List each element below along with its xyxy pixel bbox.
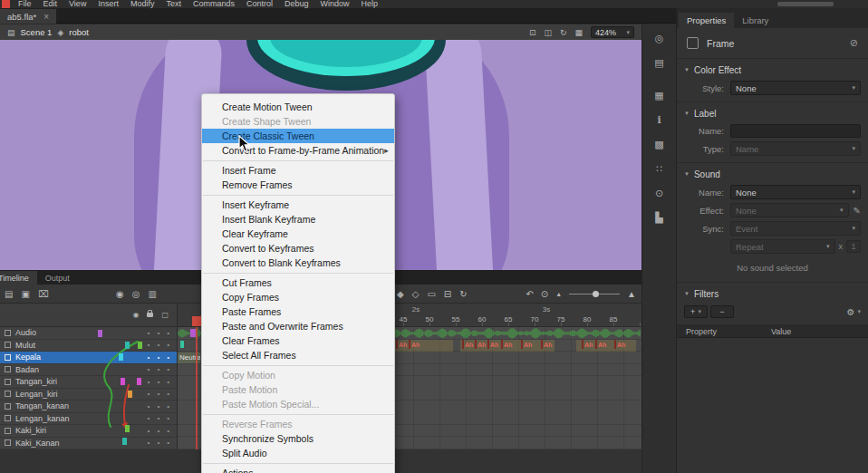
layer-lock-dot[interactable]: •: [157, 378, 159, 386]
context-menu-item[interactable]: Clear Keyframe: [202, 227, 394, 241]
outline-all-icon[interactable]: ▢: [161, 311, 169, 319]
document-tab[interactable]: ab5.fla* ×: [0, 9, 56, 24]
layer-row-kepala[interactable]: Kepala•••: [0, 352, 177, 364]
remove-filter-button[interactable]: −: [710, 305, 734, 318]
center-frame-icon[interactable]: ⊙: [541, 289, 548, 299]
layer-row-mulut[interactable]: Mulut•••: [0, 340, 177, 352]
layer-visibility-dot[interactable]: •: [148, 353, 150, 362]
add-filter-button[interactable]: + ▾: [684, 305, 708, 318]
undo-icon[interactable]: ↶: [526, 289, 533, 299]
new-folder-icon[interactable]: ▣: [21, 289, 29, 299]
layer-visibility-dot[interactable]: •: [148, 329, 150, 337]
filter-options[interactable]: ⚙ ▾: [847, 307, 861, 317]
menubar-item-edit[interactable]: Edit: [43, 0, 58, 8]
context-menu-item[interactable]: Convert to Frame-by-Frame Animation▸: [202, 143, 394, 158]
panel-tab-properties[interactable]: Properties: [679, 13, 734, 28]
menubar-item-file[interactable]: File: [18, 0, 32, 8]
context-menu-item[interactable]: Copy Frames: [202, 290, 394, 304]
layer-lock-dot[interactable]: •: [157, 439, 159, 447]
layer-lock-dot[interactable]: •: [157, 414, 159, 422]
stats-icon[interactable]: ▙: [650, 210, 670, 225]
onion-skin-icon[interactable]: ◉: [116, 289, 124, 299]
filters-header[interactable]: ▼ Filters: [684, 286, 861, 301]
new-layer-icon[interactable]: ▤: [5, 289, 13, 299]
layer-row-kaki_kiri[interactable]: Kaki_kiri•••: [0, 425, 177, 438]
context-menu-item[interactable]: Clear Frames: [202, 333, 394, 348]
playhead-marker[interactable]: [192, 316, 201, 326]
loop-icon[interactable]: ↻: [459, 289, 467, 299]
panels-icon[interactable]: ▦: [650, 88, 670, 102]
layer-row-audio[interactable]: Audio•••: [0, 327, 177, 340]
layer-lock-dot[interactable]: •: [157, 402, 159, 410]
tab-close-icon[interactable]: ×: [43, 12, 49, 22]
label-name-input[interactable]: [730, 124, 861, 138]
layer-row-lengan_kanan[interactable]: Lengan_kanan•••: [0, 413, 177, 426]
lock-all-icon[interactable]: [147, 313, 153, 317]
layer-outline-dot[interactable]: •: [167, 341, 169, 349]
camera-icon[interactable]: ◎: [650, 31, 670, 45]
layer-visibility-dot[interactable]: •: [148, 427, 150, 435]
context-menu-item[interactable]: Actions: [202, 466, 394, 473]
circle-slash-icon[interactable]: ⊘: [850, 37, 858, 49]
style-dropdown[interactable]: None ▾: [730, 81, 861, 95]
menubar-item-control[interactable]: Control: [246, 0, 273, 8]
layer-lock-dot[interactable]: •: [157, 365, 159, 373]
menubar-item-text[interactable]: Text: [166, 0, 181, 8]
context-menu-item[interactable]: Convert to Keyframes: [202, 241, 394, 256]
layer-visibility-dot[interactable]: •: [148, 414, 150, 422]
layer-outline-dot[interactable]: •: [167, 414, 169, 422]
context-menu-item[interactable]: Insert Keyframe: [202, 198, 394, 212]
menubar-item-commands[interactable]: Commands: [193, 0, 235, 8]
menubar-item-window[interactable]: Window: [321, 0, 350, 8]
context-menu-item[interactable]: Cut Frames: [202, 275, 394, 290]
clip-content-icon[interactable]: ◫: [544, 28, 552, 37]
layer-outline-dot[interactable]: •: [167, 427, 169, 435]
context-menu-item[interactable]: Select All Frames: [202, 348, 394, 362]
layer-row-kaki_kanan[interactable]: Kaki_Kanan•••: [0, 438, 177, 450]
label-header[interactable]: ▼ Label: [684, 106, 861, 121]
sound-header[interactable]: ▼ Sound: [684, 167, 861, 181]
context-menu-item[interactable]: Synchronize Symbols: [202, 431, 394, 446]
onion-skin-outline-icon[interactable]: ◎: [132, 289, 140, 299]
layer-visibility-dot[interactable]: •: [148, 365, 150, 373]
layer-lock-dot[interactable]: •: [157, 427, 159, 435]
layer-outline-dot[interactable]: •: [167, 390, 169, 398]
zoom-fit-icon[interactable]: ▦: [574, 28, 583, 37]
layer-row-tangan_kanan[interactable]: Tangan_kanan•••: [0, 401, 177, 413]
menubar-item-modify[interactable]: Modify: [130, 0, 155, 8]
delete-layer-icon[interactable]: ⌧: [38, 289, 49, 299]
context-menu-item[interactable]: Convert to Blank Keyframes: [202, 256, 394, 270]
workspace-switcher[interactable]: [777, 2, 834, 6]
context-menu-item[interactable]: Split Audio: [202, 446, 394, 460]
remove-frame-icon[interactable]: ⊟: [444, 289, 451, 299]
layer-outline-dot[interactable]: •: [167, 439, 169, 447]
layer-visibility-dot[interactable]: •: [148, 439, 150, 447]
menubar-item-view[interactable]: View: [69, 0, 86, 8]
timeline-tab-timeline[interactable]: Timeline: [0, 271, 37, 285]
edit-multiple-frames-icon[interactable]: ▥: [148, 289, 156, 299]
context-menu-item[interactable]: Insert Frame: [202, 163, 394, 178]
insert-frame-icon[interactable]: ▭: [427, 289, 435, 299]
layer-lock-dot[interactable]: •: [157, 341, 159, 349]
timeline-zoom-slider[interactable]: [569, 290, 620, 298]
panel-tab-library[interactable]: Library: [734, 13, 776, 28]
sound-name-dropdown[interactable]: None ▾: [730, 185, 861, 199]
breadcrumb-symbol[interactable]: robot: [69, 27, 89, 37]
context-menu-item[interactable]: Paste Frames: [202, 304, 394, 319]
edit-sound-envelope-icon[interactable]: ✎: [854, 206, 861, 216]
context-menu-item[interactable]: Insert Blank Keyframe: [202, 212, 394, 227]
menubar-item-insert[interactable]: Insert: [98, 0, 119, 8]
info-icon[interactable]: ℹ: [650, 112, 670, 127]
layer-outline-dot[interactable]: •: [167, 402, 169, 410]
insert-keyframe-icon[interactable]: ◆: [397, 289, 404, 299]
timeline-tab-output[interactable]: Output: [37, 271, 78, 285]
layer-visibility-dot[interactable]: •: [148, 390, 150, 398]
show-hide-all-icon[interactable]: ◉: [132, 311, 139, 319]
pasteboard-icon[interactable]: ▤: [650, 55, 670, 70]
menubar-item-help[interactable]: Help: [362, 0, 379, 8]
zoom-control[interactable]: 424% ▾: [591, 26, 634, 38]
layer-lock-dot[interactable]: •: [157, 329, 159, 337]
breadcrumb-scene[interactable]: Scene 1: [21, 27, 53, 37]
rotation-icon[interactable]: ↻: [560, 28, 567, 37]
layer-outline-dot[interactable]: •: [167, 365, 169, 373]
